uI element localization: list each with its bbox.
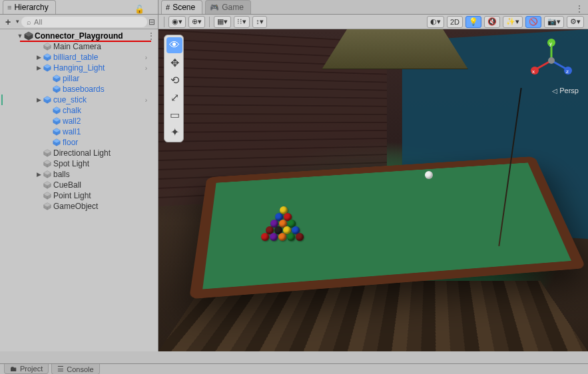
hierarchy-item[interactable]: ▶balls: [0, 169, 158, 180]
scene-toolbar: ◉▾ ⊕▾ ▦▾ ⁝⁝▾ ↕▾ ◐▾ 2D 💡 🔇 ✨▾ 🚫 📷▾ ⚙▾: [158, 15, 588, 29]
gameobject-cube-icon: [43, 170, 52, 179]
prefab-open-icon[interactable]: ›: [145, 54, 147, 61]
lighting-toggle[interactable]: 💡: [465, 16, 481, 28]
camera-mode-label[interactable]: Persp: [552, 87, 579, 94]
gizmos-button[interactable]: ⚙▾: [567, 16, 584, 28]
hierarchy-item[interactable]: chalk: [0, 105, 158, 116]
folder-icon: 🖿: [10, 365, 17, 373]
hierarchy-item[interactable]: ▶cue_stick›: [0, 94, 158, 105]
console-tab[interactable]: ☰ Console: [51, 364, 99, 374]
snap-button[interactable]: ⁝⁝▾: [234, 16, 250, 28]
2d-toggle[interactable]: 2D: [447, 16, 463, 28]
scene-panel: # Scene 🎮 Game ⋮ ◉▾ ⊕▾ ▦▾ ⁝⁝▾ ↕▾ ◐▾ 2D 💡…: [158, 0, 588, 351]
svg-text:y: y: [549, 41, 552, 47]
camera-button[interactable]: 📷▾: [544, 16, 564, 28]
prefab-cube-icon: [43, 95, 52, 104]
item-label: Directional Light: [53, 148, 111, 158]
hierarchy-item[interactable]: pillar: [0, 73, 158, 84]
snap-increment-button[interactable]: ↕▾: [252, 16, 267, 28]
hierarchy-toolbar: + ▼ ⌕ All ⊟: [0, 15, 158, 29]
hierarchy-tab[interactable]: ≡ Hierarchy: [3, 0, 56, 14]
rotate-tool[interactable]: ⟲: [166, 72, 182, 88]
search-input[interactable]: ⌕ All: [21, 17, 147, 27]
scene-tab[interactable]: # Scene: [161, 0, 202, 14]
item-label: baseboards: [63, 85, 105, 94]
item-label: wall2: [63, 116, 81, 126]
project-tab-label: Project: [20, 365, 43, 373]
scene-viewport[interactable]: 👁 ✥ ⟲ ⤢ ▭ ✦ x y z Persp: [158, 29, 588, 351]
item-label: Main Camera: [53, 42, 101, 51]
foldout-icon[interactable]: ▼: [16, 33, 24, 39]
hidden-toggle[interactable]: 🚫: [525, 16, 541, 28]
pool-ball: [278, 233, 286, 241]
lock-icon[interactable]: 🔓: [135, 5, 145, 14]
foldout-icon[interactable]: ▶: [35, 96, 43, 103]
project-tab[interactable]: 🖿 Project: [4, 364, 49, 374]
collapse-icon[interactable]: ⊟: [148, 17, 155, 27]
hierarchy-item[interactable]: Main Camera: [0, 41, 158, 52]
gameobject-cube-icon: [43, 191, 52, 200]
pool-ball: [270, 233, 278, 241]
hierarchy-item[interactable]: GameObject: [0, 201, 158, 212]
hierarchy-item[interactable]: wall1: [0, 126, 158, 137]
add-button[interactable]: +: [3, 17, 13, 27]
prefab-open-icon[interactable]: ›: [145, 65, 147, 72]
scene-tools: 👁 ✥ ⟲ ⤢ ▭ ✦: [164, 35, 184, 142]
prefab-cube-icon: [52, 74, 61, 83]
view-tool[interactable]: 👁: [166, 37, 182, 53]
svg-text:x: x: [532, 69, 535, 75]
camera-settings-button[interactable]: ◐▾: [427, 16, 444, 28]
game-tab[interactable]: 🎮 Game: [205, 0, 251, 14]
bottom-tab-bar: 🖿 Project ☰ Console: [0, 363, 588, 374]
prefab-cube-icon: [52, 127, 61, 136]
move-tool[interactable]: ✥: [166, 55, 182, 71]
item-label: chalk: [63, 106, 81, 115]
hierarchy-item[interactable]: Spot Light: [0, 158, 158, 169]
orientation-gizmo[interactable]: x y z: [528, 37, 575, 84]
game-tab-label: Game: [222, 3, 244, 12]
pool-ball: [287, 233, 295, 241]
item-label: GameObject: [53, 202, 98, 211]
item-label: pillar: [63, 74, 79, 83]
scene-row[interactable]: ▼ Connector_Playground ⋮: [0, 31, 158, 41]
row-menu-icon[interactable]: ⋮: [147, 31, 155, 41]
foldout-icon[interactable]: ▶: [35, 54, 43, 61]
transform-tool[interactable]: ✦: [166, 124, 182, 140]
item-label: Point Light: [53, 191, 91, 200]
prefab-open-icon[interactable]: ›: [145, 96, 147, 104]
hierarchy-item[interactable]: Point Light: [0, 190, 158, 201]
hierarchy-item[interactable]: wall2: [0, 116, 158, 126]
cue-ball-render: [425, 171, 433, 179]
prefab-cube-icon: [52, 85, 61, 94]
audio-toggle[interactable]: 🔇: [484, 16, 500, 28]
hierarchy-item[interactable]: ▶billiard_table›: [0, 52, 158, 63]
item-label: cue_stick: [53, 95, 87, 104]
item-label: Hanging_Light: [53, 63, 105, 73]
pool-ball: [296, 233, 304, 241]
add-dropdown-caret[interactable]: ▼: [15, 19, 20, 25]
item-label: billiard_table: [53, 53, 98, 62]
scale-tool[interactable]: ⤢: [166, 89, 182, 105]
hierarchy-tab-label: Hierarchy: [14, 3, 48, 12]
shading-mode-button[interactable]: ◉▾: [168, 16, 186, 28]
hierarchy-item[interactable]: floor: [0, 137, 158, 148]
prefab-cube-icon: [43, 63, 52, 73]
hierarchy-item[interactable]: CueBall: [0, 180, 158, 190]
item-label: wall1: [63, 127, 81, 136]
hierarchy-item[interactable]: Directional Light: [0, 148, 158, 158]
gameobject-cube-icon: [43, 202, 52, 211]
gameobject-cube-icon: [43, 180, 52, 190]
panel-menu-icon[interactable]: ⋮: [575, 3, 584, 14]
hierarchy-item[interactable]: ▶Hanging_Light›: [0, 63, 158, 73]
rect-tool[interactable]: ▭: [166, 106, 182, 122]
fx-toggle[interactable]: ✨▾: [503, 16, 523, 28]
modified-indicator: [1, 94, 3, 105]
item-label: floor: [63, 138, 78, 147]
prefab-cube-icon: [52, 116, 61, 126]
foldout-icon[interactable]: ▶: [35, 171, 43, 178]
foldout-icon[interactable]: ▶: [35, 65, 43, 71]
grid-button[interactable]: ▦▾: [214, 16, 231, 28]
hierarchy-item[interactable]: baseboards: [0, 84, 158, 94]
draw-mode-button[interactable]: ⊕▾: [188, 16, 205, 28]
scene-tab-bar: # Scene 🎮 Game ⋮: [158, 0, 588, 15]
